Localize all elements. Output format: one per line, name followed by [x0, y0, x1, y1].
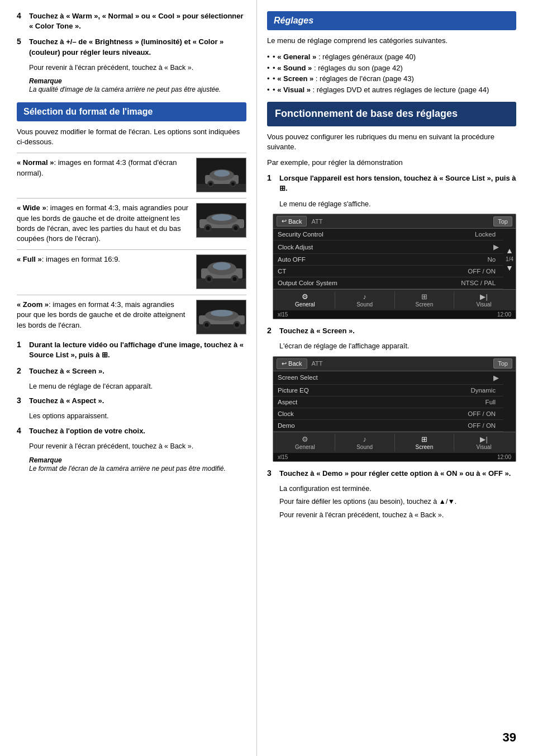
section-title-fonctionnement: Fonctionnement de base des réglages	[267, 102, 516, 126]
row-arrow: ▶	[493, 374, 499, 382]
row-label: Aspect	[278, 399, 486, 405]
format-zoom-image	[196, 300, 246, 334]
tab-label: Screen	[416, 444, 434, 450]
screen-icon: ⊞	[421, 435, 427, 443]
row-label: CT	[278, 268, 468, 275]
step-5: 5 Touchez à +/– de « Brightness » (lumin…	[17, 37, 246, 57]
remarque-label-2: Remarque	[29, 456, 246, 464]
row-value: NTSC / PAL	[461, 280, 496, 286]
row-security[interactable]: Security Control Locked	[273, 229, 503, 240]
tab-visual[interactable]: ▶| Visual	[454, 434, 513, 451]
fonctionnement-intro: Vous pouvez configurer les rubriques du …	[267, 132, 516, 152]
reglages-bullets: • « General » : réglages généraux (page …	[267, 51, 516, 95]
step-text: Lorsque l'appareil est hors tension, tou…	[279, 173, 516, 193]
step-text: Touchez à « Screen ».	[279, 326, 355, 336]
format-wide-label: « Wide »	[17, 204, 46, 212]
row-screen-select[interactable]: Screen Select ▶	[273, 371, 503, 385]
row-clock-adjust[interactable]: Clock Adjust ▶	[273, 240, 503, 254]
svg-point-32	[205, 323, 209, 327]
tab-general[interactable]: ⚙ General	[275, 434, 335, 451]
right-step-2-sub: L'écran de réglage de l'affichage appara…	[279, 342, 516, 352]
scroll-down-icon[interactable]: ▼	[506, 263, 513, 272]
sound-icon: ♪	[363, 292, 367, 301]
step-text: Touchez à l'option de votre choix.	[29, 426, 145, 436]
sub-text-1: Pour revenir à l'écran précédent, touche…	[29, 63, 246, 73]
format-zoom-label: « Zoom »	[17, 300, 49, 309]
back-button-1[interactable]: ↩ Back	[277, 216, 307, 226]
tab-screen[interactable]: ⊞ Screen	[395, 291, 455, 309]
format-normal: « Normal »: images en format 4:3 (format…	[17, 153, 246, 192]
tab-label: General	[295, 301, 315, 308]
tab-screen[interactable]: ⊞ Screen	[395, 434, 455, 451]
left-column: 4 Touchez à « Warm », « Normal » ou « Co…	[0, 0, 257, 756]
page-number: 39	[503, 730, 516, 745]
row-label: Security Control	[278, 231, 475, 238]
format-normal-label: « Normal »	[17, 158, 54, 167]
row-label: Picture EQ	[278, 387, 470, 394]
att-label-1: ATT	[311, 218, 322, 225]
remarque-text-1: La qualité d'image de la caméra arrière …	[29, 85, 246, 94]
remarque-text-2: Le format de l'écran de la caméra arrièr…	[29, 464, 246, 474]
right-step-3-sub1: La configuration est terminée.	[279, 484, 516, 494]
top-button-2[interactable]: Top	[493, 358, 512, 368]
row-arrow: ▶	[493, 243, 499, 251]
step-number: 3	[267, 469, 276, 479]
status-left: xl15	[278, 311, 288, 318]
right-step-3-sub2: Pour faire défiler les options (au besoi…	[279, 497, 516, 507]
fonctionnement-example: Par exemple, pour régler la démonstratio…	[267, 158, 516, 168]
row-value: OFF / ON	[468, 410, 496, 417]
row-demo[interactable]: Demo OFF / ON	[273, 420, 503, 432]
row-picture-eq[interactable]: Picture EQ Dynamic	[273, 385, 503, 396]
step-text: Touchez à « Warm », « Normal » ou « Cool…	[29, 11, 246, 31]
scroll-up-icon[interactable]: ▲	[506, 246, 513, 255]
gear-icon: ⚙	[302, 435, 308, 443]
tab-label: Sound	[356, 444, 373, 450]
tab-sound[interactable]: ♪ Sound	[335, 434, 395, 451]
step-number: 5	[17, 37, 26, 57]
step-number: 3	[17, 396, 26, 406]
row-output-color[interactable]: Output Color System NTSC / PAL	[273, 277, 503, 289]
back-button-2[interactable]: ↩ Back	[277, 358, 307, 369]
right-step-3-sub3: Pour revenir à l'écran précédent, touche…	[279, 511, 516, 521]
right-step-3: 3 Touchez à « Demo » pour régler cette o…	[267, 469, 516, 479]
panel2-scroll: ▲ - ▼	[503, 371, 516, 432]
tab-label: General	[295, 444, 315, 450]
step-number: 2	[267, 326, 276, 336]
svg-point-26	[213, 262, 231, 270]
tab-label: Visual	[477, 444, 492, 450]
svg-point-25	[233, 277, 237, 281]
right-column: Réglages Le menu de réglage comprend les…	[257, 0, 533, 756]
row-clock[interactable]: Clock OFF / ON	[273, 408, 503, 420]
right-step-1-sub: Le menu de réglage s'affiche.	[279, 200, 516, 210]
step-text: Touchez à « Aspect ».	[29, 396, 104, 406]
format-full-image	[196, 254, 246, 289]
row-value: OFF / ON	[468, 422, 496, 429]
section-title-reglages: Réglages	[267, 11, 516, 30]
step-number: 1	[17, 340, 26, 360]
tab-sound[interactable]: ♪ Sound	[335, 291, 395, 309]
format-full-desc: : images en format 16:9.	[42, 255, 120, 263]
right-step-1: 1 Lorsque l'appareil est hors tension, t…	[267, 173, 516, 193]
svg-point-17	[212, 214, 232, 221]
row-label: Demo	[278, 422, 468, 429]
step-number: 4	[17, 11, 26, 31]
row-ct[interactable]: CT OFF / ON	[273, 266, 503, 277]
tab-label: Screen	[416, 301, 434, 308]
svg-point-7	[231, 182, 235, 186]
panel1-content: Security Control Locked Clock Adjust ▶ A…	[273, 229, 516, 289]
format-full-label: « Full »	[17, 255, 42, 263]
row-value: No	[487, 256, 496, 263]
page-counter: 1/4	[506, 256, 513, 262]
panel1-tabbar: ⚙ General ♪ Sound ⊞ Screen ▶| Visual	[273, 289, 516, 310]
row-auto-off[interactable]: Auto OFF No	[273, 254, 503, 266]
row-aspect[interactable]: Aspect Full	[273, 396, 503, 408]
tab-visual[interactable]: ▶| Visual	[454, 291, 513, 309]
top-button-1[interactable]: Top	[493, 216, 512, 226]
ui-panel-1: ↩ Back ATT Top Security Control Locked C…	[273, 214, 516, 319]
sound-icon: ♪	[363, 435, 367, 443]
tab-general[interactable]: ⚙ General	[275, 291, 335, 309]
section-title-format: Sélection du format de l'image	[17, 102, 246, 121]
visual-icon: ▶|	[480, 292, 487, 301]
bullet-general: • « General » : réglages généraux (page …	[267, 51, 516, 63]
format-normal-text: « Normal »: images en format 4:3 (format…	[17, 158, 191, 178]
